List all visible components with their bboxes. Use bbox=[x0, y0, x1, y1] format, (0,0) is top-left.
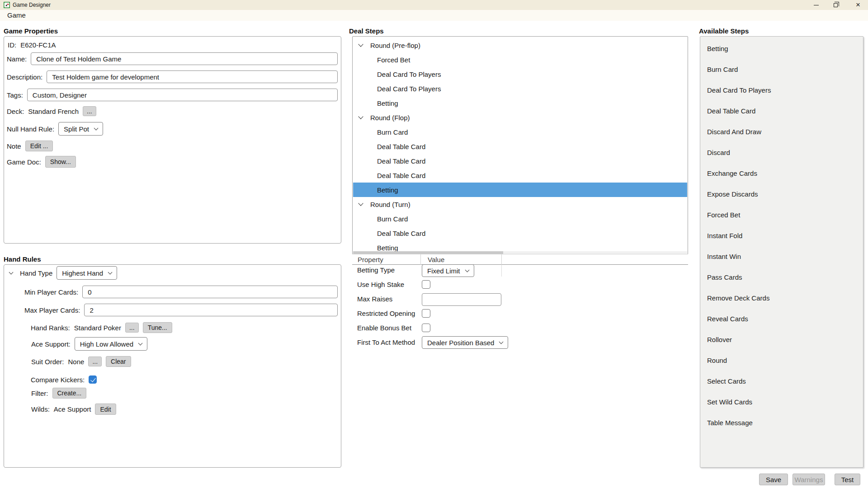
available-step-discard[interactable]: Discard bbox=[707, 142, 859, 163]
chevron-down-icon bbox=[108, 270, 113, 274]
tags-field[interactable] bbox=[27, 89, 338, 101]
available-steps-panel: Betting Burn Card Deal Card To Players D… bbox=[700, 36, 863, 468]
restore-button[interactable] bbox=[827, 0, 844, 10]
wilds-row: Wilds: Ace Support Edit bbox=[31, 403, 116, 415]
min-player-cards-field[interactable] bbox=[82, 286, 338, 298]
tree-row-round[interactable]: Round (Turn) bbox=[353, 197, 687, 211]
betting-type-dropdown[interactable]: Fixed Limit bbox=[422, 264, 474, 277]
tree-row-step[interactable]: Deal Table Card bbox=[353, 168, 687, 183]
filter-create-button[interactable]: Create... bbox=[52, 388, 87, 399]
minimize-button[interactable] bbox=[807, 0, 825, 10]
tree-row-step[interactable]: Burn Card bbox=[353, 211, 687, 226]
tags-row: Tags: bbox=[7, 88, 338, 102]
null-hand-rule-value: Split Pot bbox=[64, 125, 89, 133]
game-properties-panel: ID: E620-FC1A Name: Description: Tags: D… bbox=[4, 36, 341, 244]
hand-type-dropdown[interactable]: Highest Hand bbox=[57, 266, 117, 280]
tree-row-step[interactable]: Deal Table Card bbox=[353, 226, 687, 240]
suit-order-row: Suit Order: None ... Clear bbox=[31, 356, 131, 367]
deal-steps-header: Deal Steps bbox=[349, 27, 384, 35]
save-button[interactable]: Save bbox=[759, 474, 788, 485]
available-step-burn-card[interactable]: Burn Card bbox=[707, 59, 859, 80]
test-button[interactable]: Test bbox=[835, 474, 860, 485]
max-raises-field[interactable] bbox=[422, 293, 501, 306]
tree-row-step[interactable]: Forced Bet bbox=[353, 52, 687, 67]
deck-value: Standard French bbox=[28, 108, 79, 115]
chevron-down-icon bbox=[499, 339, 504, 344]
tree-row-step[interactable]: Deal Card To Players bbox=[353, 81, 687, 96]
note-label: Note bbox=[7, 142, 21, 150]
suit-order-value: None bbox=[68, 358, 85, 366]
game-doc-label: Game Doc: bbox=[7, 158, 41, 166]
column-divider[interactable] bbox=[501, 254, 502, 265]
available-step-exchange-cards[interactable]: Exchange Cards bbox=[707, 163, 859, 183]
menu-item-game[interactable]: Game bbox=[5, 10, 28, 21]
tree-row-step-selected[interactable]: Betting bbox=[353, 183, 687, 197]
first-to-act-method-dropdown[interactable]: Dealer Position Based bbox=[422, 336, 508, 349]
available-step-table-message[interactable]: Table Message bbox=[707, 412, 859, 433]
titlebar: Game Designer bbox=[0, 0, 868, 10]
available-step-set-wild-cards[interactable]: Set Wild Cards bbox=[707, 391, 859, 412]
description-field[interactable] bbox=[47, 70, 338, 83]
suit-order-clear-button[interactable]: Clear bbox=[106, 356, 131, 367]
minimize-icon bbox=[814, 5, 819, 5]
available-step-deal-table-card[interactable]: Deal Table Card bbox=[707, 100, 859, 121]
window-title: Game Designer bbox=[13, 0, 51, 10]
available-step-round[interactable]: Round bbox=[707, 350, 859, 371]
available-step-forced-bet[interactable]: Forced Bet bbox=[707, 204, 859, 225]
ace-support-label: Ace Support: bbox=[31, 340, 71, 348]
null-hand-rule-dropdown[interactable]: Split Pot bbox=[58, 122, 103, 136]
close-button[interactable] bbox=[848, 0, 868, 10]
collapse-chevron-icon[interactable] bbox=[9, 270, 14, 274]
tree-row-step[interactable]: Deal Card To Players bbox=[353, 67, 687, 81]
use-high-stake-checkbox[interactable] bbox=[422, 280, 430, 289]
warnings-button[interactable]: Warnings bbox=[793, 474, 825, 485]
max-player-cards-field[interactable] bbox=[84, 304, 338, 316]
available-step-deal-card-to-players[interactable]: Deal Card To Players bbox=[707, 80, 859, 100]
tree-row-step[interactable]: Betting bbox=[353, 96, 687, 110]
deck-browse-button[interactable]: ... bbox=[83, 106, 96, 116]
available-step-instant-win[interactable]: Instant Win bbox=[707, 246, 859, 267]
available-step-pass-cards[interactable]: Pass Cards bbox=[707, 267, 859, 287]
hand-ranks-tune-button[interactable]: Tune... bbox=[143, 322, 172, 333]
available-step-reveal-cards[interactable]: Reveal Cards bbox=[707, 308, 859, 329]
chevron-expanded-icon[interactable] bbox=[358, 42, 363, 47]
tree-row-round[interactable]: Round (Pre-flop) bbox=[353, 38, 687, 52]
restricted-opening-label: Restricted Opening bbox=[357, 310, 415, 317]
column-divider[interactable] bbox=[420, 254, 421, 265]
available-step-instant-fold[interactable]: Instant Fold bbox=[707, 225, 859, 246]
hand-type-label: Hand Type bbox=[20, 269, 52, 277]
enable-bonus-bet-checkbox[interactable] bbox=[422, 324, 430, 332]
chevron-expanded-icon[interactable] bbox=[358, 114, 363, 119]
max-player-cards-row: Max Player Cards: bbox=[24, 303, 338, 317]
tree-row-step[interactable]: Deal Table Card bbox=[353, 154, 687, 168]
name-field[interactable] bbox=[31, 52, 338, 65]
game-properties-header: Game Properties bbox=[4, 27, 58, 35]
available-step-remove-deck-cards[interactable]: Remove Deck Cards bbox=[707, 287, 859, 308]
available-step-betting[interactable]: Betting bbox=[707, 38, 859, 59]
restricted-opening-checkbox[interactable] bbox=[422, 309, 430, 318]
available-step-discard-and-draw[interactable]: Discard And Draw bbox=[707, 121, 859, 142]
chevron-down-icon bbox=[94, 126, 98, 130]
hand-ranks-browse-button[interactable]: ... bbox=[125, 323, 139, 333]
deal-steps-tree: Round (Pre-flop) Forced Bet Deal Card To… bbox=[352, 36, 688, 255]
betting-type-label: Betting Type bbox=[357, 267, 395, 274]
available-step-rollover[interactable]: Rollover bbox=[707, 329, 859, 350]
ace-support-dropdown[interactable]: High Low Allowed bbox=[75, 337, 147, 351]
compare-kickers-checkbox[interactable] bbox=[89, 375, 97, 384]
tree-row-step[interactable]: Deal Table Card bbox=[353, 139, 687, 154]
tree-row-step[interactable]: Burn Card bbox=[353, 125, 687, 139]
value-column-header: Value bbox=[428, 254, 444, 265]
first-to-act-method-label: First To Act Method bbox=[357, 339, 415, 346]
tree-row-round[interactable]: Round (Flop) bbox=[353, 110, 687, 125]
wilds-edit-button[interactable]: Edit bbox=[95, 404, 116, 415]
game-doc-row: Game Doc: Show... bbox=[7, 155, 76, 168]
description-label: Description: bbox=[7, 73, 42, 81]
chevron-expanded-icon[interactable] bbox=[358, 201, 363, 206]
note-edit-button[interactable]: Edit ... bbox=[25, 141, 53, 151]
suit-order-browse-button[interactable]: ... bbox=[88, 357, 102, 366]
game-doc-show-button[interactable]: Show... bbox=[45, 156, 76, 168]
min-player-cards-row: Min Player Cards: bbox=[24, 285, 338, 299]
available-step-select-cards[interactable]: Select Cards bbox=[707, 371, 859, 391]
available-step-expose-discards[interactable]: Expose Discards bbox=[707, 183, 859, 204]
filter-label: Filter: bbox=[31, 389, 48, 397]
